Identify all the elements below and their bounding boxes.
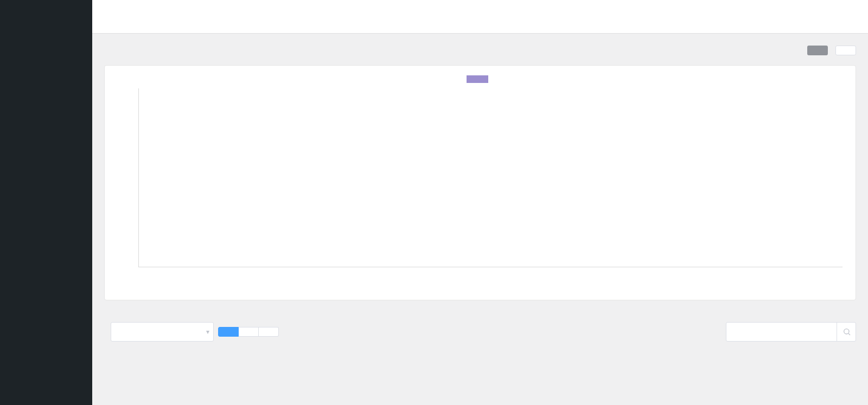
hide-chart-button[interactable] [807,46,828,55]
admin-sidebar [0,0,92,405]
chart-plot [138,88,843,267]
svg-point-0 [844,329,848,334]
chart-legend [114,75,846,83]
search-icon[interactable] [837,322,856,342]
svg-line-1 [848,333,850,335]
segment-unread[interactable] [239,327,259,337]
read-status-segments [218,327,279,337]
legend-swatch [467,75,488,83]
segment-read[interactable] [259,327,279,337]
chevron-down-icon: ▾ [206,328,209,336]
top-tabs [92,0,868,34]
chart-card [104,65,856,300]
form-select[interactable] [111,322,214,342]
segment-all[interactable] [218,327,239,337]
chart-y-axis [114,88,138,284]
filter-bar: ▾ [104,322,856,342]
chart-x-axis [138,272,843,293]
advanced-filter-button[interactable] [835,46,856,55]
